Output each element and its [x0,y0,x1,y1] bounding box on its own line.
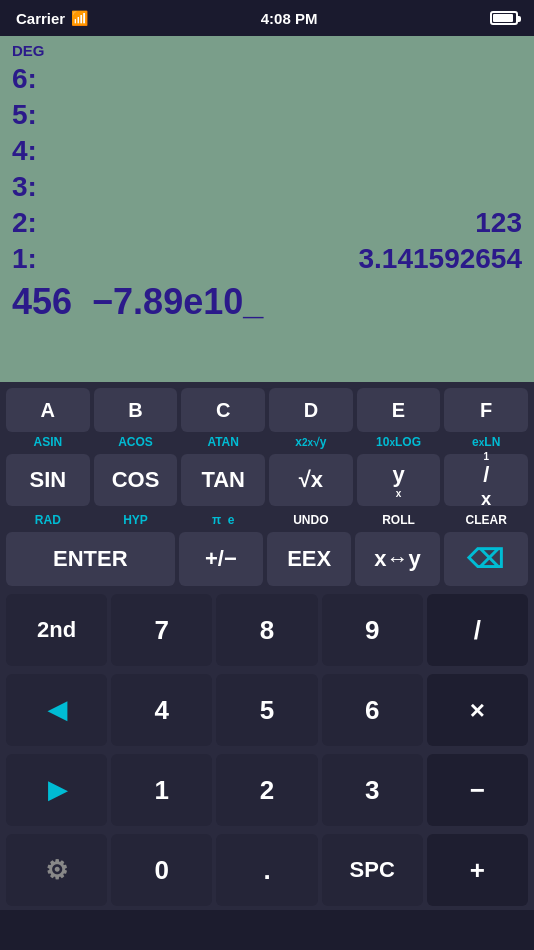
sublabel-row-2: RAD HYP π e UNDO ROLL CLEAR [0,510,534,528]
btn-subtract[interactable]: − [427,754,528,826]
btn-divide[interactable]: / [427,594,528,666]
sublabel-x2-xrty: x2 x√y [269,434,353,450]
stack-row-5: 5: [12,97,522,133]
btn-arrow-left[interactable]: ◀ [6,674,107,746]
btn-6[interactable]: 6 [322,674,423,746]
sublabel-atan: ATAN [181,434,265,450]
btn-5[interactable]: 5 [216,674,317,746]
num-row-1: 2nd 7 8 9 / [0,590,534,670]
stack-label-3: 3: [12,171,52,203]
status-bar: Carrier 📶 4:08 PM [0,0,534,36]
btn-eex[interactable]: EEX [267,532,351,586]
calculator-display: DEG 6: 5: 4: 3: 2: 123 1: 3.141592654 45… [0,36,534,382]
btn-sin[interactable]: SIN [6,454,90,506]
angle-mode-label: DEG [12,42,522,59]
btn-2[interactable]: 2 [216,754,317,826]
carrier-label: Carrier [16,10,65,27]
num-row-4: ⚙ 0 . SPC + [0,830,534,910]
btn-decimal[interactable]: . [216,834,317,906]
sublabel-clear: CLEAR [444,512,528,528]
sublabel-hyp: HYP [94,512,178,528]
stack-row-4: 4: [12,133,522,169]
btn-settings[interactable]: ⚙ [6,834,107,906]
btn-enter[interactable]: ENTER [6,532,175,586]
btn-xswap[interactable]: x↔y [355,532,439,586]
btn-0[interactable]: 0 [111,834,212,906]
btn-arrow-right[interactable]: ▶ [6,754,107,826]
calculator-keyboard: A B C D E F ASIN ACOS ATAN x2 x√y 10x LO… [0,382,534,910]
btn-F[interactable]: F [444,388,528,432]
sublabel-10x-log: 10x LOG [357,434,441,450]
btn-cos[interactable]: COS [94,454,178,506]
btn-A[interactable]: A [6,388,90,432]
stack-label-6: 6: [12,63,52,95]
stack-row-1: 1: 3.141592654 [12,241,522,277]
stack-label-4: 4: [12,135,52,167]
btn-tan[interactable]: TAN [181,454,265,506]
btn-C[interactable]: C [181,388,265,432]
btn-reciprocal[interactable]: 1/x [444,454,528,506]
btn-9[interactable]: 9 [322,594,423,666]
stack-value-1: 3.141592654 [358,243,522,275]
sublabel-acos: ACOS [94,434,178,450]
btn-2nd[interactable]: 2nd [6,594,107,666]
btn-8[interactable]: 8 [216,594,317,666]
sublabel-undo: UNDO [269,512,353,528]
num-row-2: ◀ 4 5 6 × [0,670,534,750]
stack-label-2: 2: [12,207,52,239]
stack-label-5: 5: [12,99,52,131]
carrier-info: Carrier 📶 [16,10,88,27]
input-display: 456 −7.89e10_ [12,281,522,323]
btn-4[interactable]: 4 [111,674,212,746]
btn-yx[interactable]: yx [357,454,441,506]
stack-value-2: 123 [475,207,522,239]
num-row-3: ▶ 1 2 3 − [0,750,534,830]
stack-row-3: 3: [12,169,522,205]
btn-spc[interactable]: SPC [322,834,423,906]
stack-row-2: 2: 123 [12,205,522,241]
sublabel-row-1: ASIN ACOS ATAN x2 x√y 10x LOG ex LN [0,432,534,450]
btn-plus-minus[interactable]: +/− [179,532,263,586]
btn-backspace[interactable]: ⌫ [444,532,528,586]
btn-1[interactable]: 1 [111,754,212,826]
hex-row: A B C D E F [0,382,534,432]
btn-add[interactable]: + [427,834,528,906]
trig-row: SIN COS TAN √x yx 1/x [0,450,534,510]
stack-row-6: 6: [12,61,522,97]
battery-icon [490,11,518,25]
btn-7[interactable]: 7 [111,594,212,666]
btn-3[interactable]: 3 [322,754,423,826]
time-label: 4:08 PM [261,10,318,27]
stack-label-1: 1: [12,243,52,275]
btn-D[interactable]: D [269,388,353,432]
btn-multiply[interactable]: × [427,674,528,746]
btn-sqrt[interactable]: √x [269,454,353,506]
sublabel-roll: ROLL [357,512,441,528]
btn-B[interactable]: B [94,388,178,432]
sublabel-asin: ASIN [6,434,90,450]
wifi-icon: 📶 [71,10,88,26]
sublabel-pi-e: π e [181,512,265,528]
sublabel-rad: RAD [6,512,90,528]
enter-row: ENTER +/− EEX x↔y ⌫ [0,528,534,590]
btn-E[interactable]: E [357,388,441,432]
sublabel-ex-ln: ex LN [444,434,528,450]
